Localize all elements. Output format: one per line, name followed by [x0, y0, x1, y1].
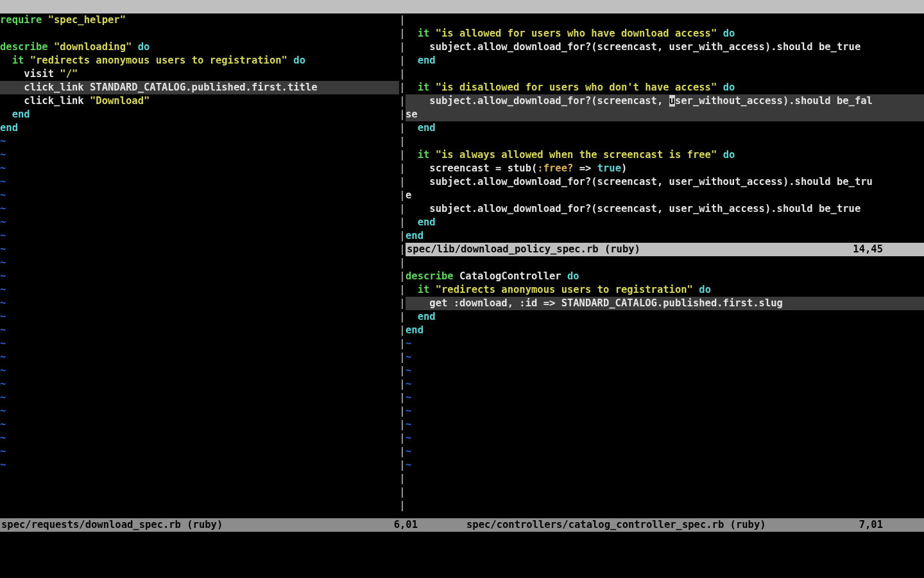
empty-line-tilde-icon: ~	[0, 351, 399, 364]
command-area[interactable]	[0, 532, 924, 578]
code-line[interactable]: it "is disallowed for users who don't ha…	[406, 81, 924, 94]
status-file: spec/requests/download_spec.rb (ruby)	[0, 518, 223, 532]
empty-line-tilde-icon: ~	[0, 216, 399, 229]
vertical-split-icon[interactable]: |||||||||||||||||||||||||||||||||||||	[399, 13, 406, 518]
empty-line-tilde-icon: ~	[406, 418, 924, 432]
empty-line-tilde-icon: ~	[0, 189, 399, 202]
code-line[interactable]: screencast = stub(:free? => true)	[406, 162, 924, 175]
status-file: spec/lib/download_policy_spec.rb (ruby)	[406, 243, 640, 256]
empty-line-tilde-icon: ~	[0, 283, 399, 297]
empty-line-tilde-icon: ~	[0, 445, 399, 459]
empty-line-tilde-icon: ~	[0, 310, 399, 324]
empty-line-tilde-icon: ~	[0, 405, 399, 418]
code-line[interactable]: it "is always allowed when the screencas…	[406, 148, 924, 162]
code-line[interactable]: subject.allow_download_for?(screencast, …	[406, 202, 924, 216]
pane-right: it "is allowed for users who have downlo…	[406, 13, 924, 518]
empty-line-tilde-icon: ~	[0, 202, 399, 216]
editor-splits: require "spec_helper"describe "downloadi…	[0, 13, 924, 518]
empty-line-tilde-icon: ~	[406, 378, 924, 391]
empty-line-tilde-icon: ~	[0, 229, 399, 243]
code-line[interactable]: describe "downloading" do	[0, 40, 399, 54]
empty-line-tilde-icon: ~	[0, 337, 399, 351]
code-line[interactable]: e	[406, 189, 924, 202]
code-line[interactable]: end	[406, 216, 924, 229]
empty-line-tilde-icon: ~	[406, 337, 924, 351]
code-line[interactable]: require "spec_helper"	[0, 13, 399, 27]
status-right-upper: spec/lib/download_policy_spec.rb (ruby) …	[406, 243, 924, 256]
empty-line-tilde-icon: ~	[0, 135, 399, 148]
empty-line-tilde-icon: ~	[406, 351, 924, 364]
empty-line-tilde-icon: ~	[0, 256, 399, 270]
empty-line-tilde-icon: ~	[0, 162, 399, 175]
code-line[interactable]: it "redirects anonymous users to registr…	[406, 283, 924, 297]
empty-line-tilde-icon: ~	[406, 391, 924, 405]
right-upper-buffer[interactable]: it "is allowed for users who have downlo…	[406, 13, 924, 243]
code-line[interactable]: click_link "Download"	[0, 94, 399, 108]
code-line[interactable]: click_link STANDARD_CATALOG.published.fi…	[0, 81, 399, 94]
empty-line-tilde-icon: ~	[0, 297, 399, 310]
text-cursor-icon: u	[669, 95, 675, 107]
empty-line-tilde-icon: ~	[406, 459, 924, 472]
empty-line-tilde-icon: ~	[0, 364, 399, 378]
status-pos: 6,01	[394, 518, 456, 532]
command-bar[interactable]: 3 s/l/download_policy_spec.rb	[0, 0, 924, 13]
empty-line-tilde-icon: ~	[0, 459, 399, 472]
code-line[interactable]: end	[0, 121, 399, 135]
empty-line-tilde-icon: ~	[406, 432, 924, 445]
code-line[interactable]: subject.allow_download_for?(screencast, …	[406, 40, 924, 54]
code-line[interactable]: get :download, :id => STANDARD_CATALOG.p…	[406, 297, 924, 310]
status-left: spec/requests/download_spec.rb (ruby) 6,…	[0, 518, 459, 532]
status-right-lower: spec/controllers/catalog_controller_spec…	[465, 518, 924, 532]
code-line[interactable]: describe CatalogController do	[406, 270, 924, 283]
empty-line-tilde-icon: ~	[0, 418, 399, 432]
empty-line-tilde-icon: ~	[0, 243, 399, 256]
status-pos: 7,01	[859, 518, 921, 532]
code-line[interactable]: end	[406, 324, 924, 337]
empty-line-tilde-icon: ~	[0, 378, 399, 391]
code-line[interactable]: visit "/"	[0, 67, 399, 81]
code-line[interactable]: end	[0, 108, 399, 121]
code-line[interactable]	[406, 256, 924, 270]
code-line[interactable]: end	[406, 121, 924, 135]
bottom-status-row: spec/requests/download_spec.rb (ruby) 6,…	[0, 518, 924, 532]
code-line[interactable]	[406, 135, 924, 148]
empty-line-tilde-icon: ~	[0, 270, 399, 283]
code-line[interactable]: end	[406, 310, 924, 324]
code-line[interactable]: end	[406, 229, 924, 243]
pane-left[interactable]: require "spec_helper"describe "downloadi…	[0, 13, 399, 518]
code-line[interactable]: subject.allow_download_for?(screencast, …	[406, 175, 924, 189]
code-line[interactable]: it "redirects anonymous users to registr…	[0, 54, 399, 67]
empty-line-tilde-icon: ~	[406, 405, 924, 418]
empty-line-tilde-icon: ~	[0, 391, 399, 405]
code-line[interactable]: end	[406, 54, 924, 67]
code-line[interactable]: it "is allowed for users who have downlo…	[406, 27, 924, 40]
empty-line-tilde-icon: ~	[406, 445, 924, 459]
empty-line-tilde-icon: ~	[0, 432, 399, 445]
code-line[interactable]	[406, 13, 924, 27]
empty-line-tilde-icon: ~	[0, 175, 399, 189]
code-line[interactable]	[0, 27, 399, 40]
pane-right-upper[interactable]: it "is allowed for users who have downlo…	[406, 13, 924, 256]
right-lower-buffer[interactable]: describe CatalogController do it "redire…	[406, 256, 924, 472]
empty-line-tilde-icon: ~	[0, 324, 399, 337]
code-line[interactable]	[406, 67, 924, 81]
empty-line-tilde-icon: ~	[0, 148, 399, 162]
status-gap	[459, 518, 465, 532]
status-file: spec/controllers/catalog_controller_spec…	[465, 518, 766, 532]
status-pos: 14,45	[853, 243, 921, 256]
left-buffer[interactable]: require "spec_helper"describe "downloadi…	[0, 13, 399, 472]
empty-line-tilde-icon: ~	[406, 364, 924, 378]
code-line[interactable]: subject.allow_download_for?(screencast, …	[406, 94, 924, 108]
pane-right-lower[interactable]: describe CatalogController do it "redire…	[406, 256, 924, 472]
code-line[interactable]: se	[406, 108, 924, 121]
